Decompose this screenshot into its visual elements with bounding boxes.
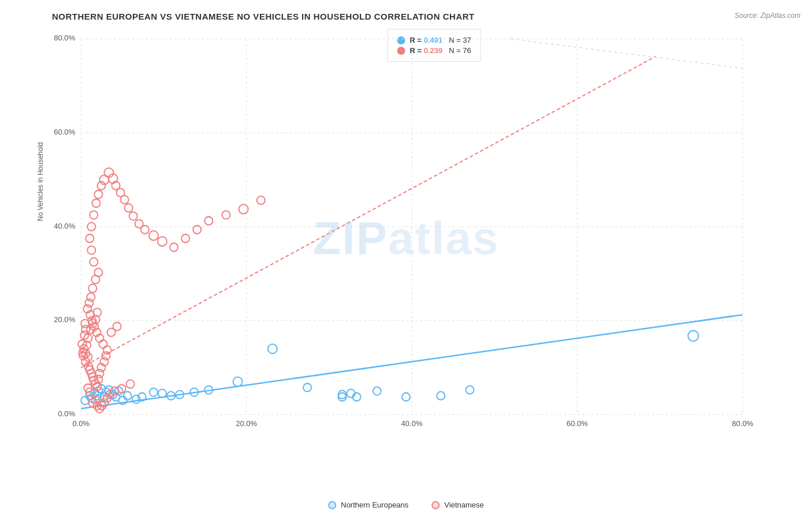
svg-text:60.0%: 60.0% xyxy=(567,419,588,428)
svg-point-41 xyxy=(158,389,166,397)
svg-point-84 xyxy=(90,258,98,266)
svg-point-99 xyxy=(129,212,137,220)
svg-point-40 xyxy=(150,388,158,396)
bottom-legend: Northern Europeans Vietnamese xyxy=(328,501,484,509)
svg-text:40.0%: 40.0% xyxy=(401,419,423,428)
svg-point-88 xyxy=(90,211,98,219)
bottom-legend-dot-1 xyxy=(328,501,336,509)
bottom-legend-dot-2 xyxy=(431,501,439,509)
svg-point-104 xyxy=(170,243,178,251)
svg-point-107 xyxy=(204,217,213,225)
svg-point-71 xyxy=(95,370,103,378)
svg-text:80.0%: 80.0% xyxy=(54,33,75,42)
svg-line-22 xyxy=(511,39,743,68)
chart-svg: 0.0% 20.0% 40.0% 60.0% 80.0% 0.0% 20.0% … xyxy=(46,27,766,450)
bottom-legend-item-2: Vietnamese xyxy=(431,501,483,509)
svg-point-98 xyxy=(125,204,133,212)
svg-point-53 xyxy=(465,386,474,394)
svg-point-37 xyxy=(124,391,132,400)
svg-point-48 xyxy=(303,383,311,391)
svg-text:0.0%: 0.0% xyxy=(58,409,75,418)
svg-point-103 xyxy=(158,237,167,246)
svg-point-97 xyxy=(121,196,129,204)
chart-title: NORTHERN EUROPEAN VS VIETNAMESE NO VEHIC… xyxy=(46,12,766,21)
svg-text:40.0%: 40.0% xyxy=(54,222,75,230)
svg-point-57 xyxy=(688,331,698,341)
bottom-legend-label-1: Northern Europeans xyxy=(341,501,408,509)
svg-point-80 xyxy=(87,293,95,301)
svg-text:20.0%: 20.0% xyxy=(54,315,75,324)
svg-point-83 xyxy=(94,268,102,277)
svg-point-51 xyxy=(402,393,410,401)
svg-point-113 xyxy=(78,340,86,348)
svg-point-85 xyxy=(87,246,95,254)
bottom-legend-item-1: Northern Europeans xyxy=(328,501,408,509)
svg-point-81 xyxy=(88,284,96,292)
svg-point-47 xyxy=(268,344,277,353)
svg-line-20 xyxy=(81,315,743,409)
svg-point-102 xyxy=(149,231,158,240)
svg-point-110 xyxy=(257,196,265,204)
svg-point-46 xyxy=(233,377,243,386)
svg-text:80.0%: 80.0% xyxy=(732,419,753,428)
source-label: Source: ZipAtlas.com xyxy=(735,12,800,20)
svg-text:60.0%: 60.0% xyxy=(54,128,75,136)
svg-point-89 xyxy=(92,199,100,207)
svg-point-109 xyxy=(239,204,248,214)
svg-point-50 xyxy=(373,387,381,395)
svg-point-90 xyxy=(94,191,102,199)
svg-point-108 xyxy=(222,211,230,219)
svg-point-86 xyxy=(85,234,94,242)
chart-area: No Vehicles in Household ZIPatlas 0.0% xyxy=(46,27,766,450)
chart-container: NORTHERN EUROPEAN VS VIETNAMESE NO VEHIC… xyxy=(0,0,812,515)
svg-point-118 xyxy=(85,299,93,307)
svg-point-140 xyxy=(126,380,135,388)
svg-point-101 xyxy=(141,226,149,234)
svg-text:20.0%: 20.0% xyxy=(236,419,257,428)
svg-point-105 xyxy=(181,234,189,242)
bottom-legend-label-2: Vietnamese xyxy=(444,501,483,509)
svg-point-127 xyxy=(113,322,121,330)
svg-text:0.0%: 0.0% xyxy=(72,419,90,428)
svg-point-52 xyxy=(437,391,445,400)
